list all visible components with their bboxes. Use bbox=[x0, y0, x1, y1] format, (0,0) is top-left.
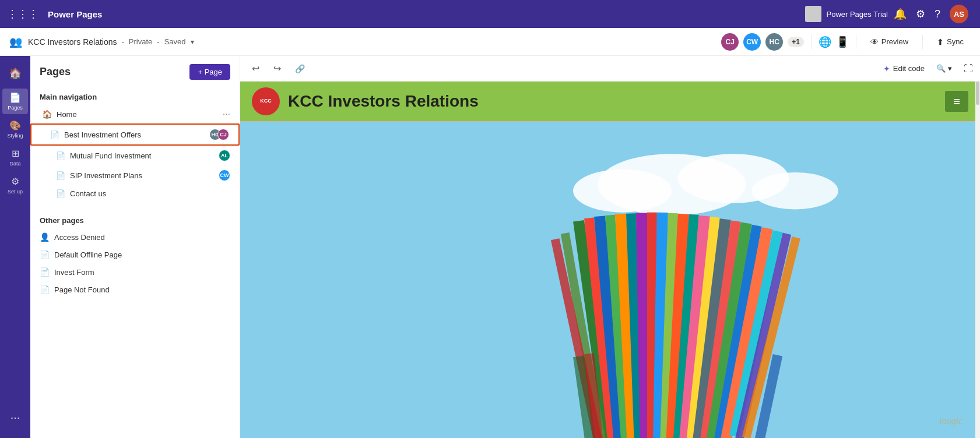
content-area: ↩ ↪ 🔗 ✦ Edit code 🔍 ▾ ⛶ KCC bbox=[240, 56, 980, 438]
page-not-found-icon: 📄 bbox=[40, 285, 50, 294]
kcc-hero: inogic bbox=[240, 122, 980, 438]
pages-panel-title: Pages bbox=[40, 66, 71, 78]
nav-item-mutual-fund-label: Mutual Fund Investment bbox=[70, 151, 214, 160]
sidebar-item-setup[interactable]: ⚙ Set up bbox=[2, 172, 28, 198]
data-label: Data bbox=[9, 161, 20, 167]
top-bar-actions: 🔔 ⚙ ? AS bbox=[894, 5, 968, 23]
link-button[interactable]: 🔗 bbox=[290, 61, 310, 76]
nav-item-avatars: HC CJ bbox=[209, 129, 229, 140]
page-icon-mutual-fund: 📄 bbox=[56, 151, 65, 160]
sidebar-item-data[interactable]: ⊞ Data bbox=[2, 144, 28, 170]
preview-label: Preview bbox=[881, 37, 908, 46]
default-offline-label: Default Offline Page bbox=[54, 250, 122, 259]
site-visibility: Private bbox=[129, 37, 152, 46]
mobile-preview-icon[interactable]: 📱 bbox=[836, 36, 849, 48]
kcc-header: KCC KCC Investors Relations ≡ bbox=[240, 82, 980, 121]
more-users-badge[interactable]: +1 bbox=[788, 37, 804, 47]
setup-icon: ⚙ bbox=[11, 176, 19, 187]
expand-icon[interactable]: ⛶ bbox=[964, 63, 973, 74]
product-name: Power Pages Trial bbox=[826, 10, 888, 19]
add-page-button[interactable]: + Page bbox=[189, 64, 230, 80]
default-offline-icon: 📄 bbox=[40, 250, 50, 259]
sync-button[interactable]: ⬆ Sync bbox=[930, 34, 971, 50]
sidebar-item-styling[interactable]: 🎨 Styling bbox=[2, 116, 28, 142]
site-separator2: - bbox=[157, 37, 159, 46]
nav-item-mutual-fund[interactable]: 📄 Mutual Fund Investment AL bbox=[30, 146, 240, 165]
sidebar-item-home[interactable]: 🏠 bbox=[2, 61, 28, 86]
site-name: KCC Investors Relations bbox=[28, 37, 117, 47]
scrollbar-thumb[interactable] bbox=[976, 82, 979, 105]
svg-point-3 bbox=[573, 169, 672, 213]
kcc-logo: KCC bbox=[252, 87, 280, 115]
divider1 bbox=[811, 35, 812, 49]
nav-item-contact-label: Contact us bbox=[70, 189, 230, 198]
icon-sidebar: 🏠 📄 Pages 🎨 Styling ⊞ Data ⚙ Set up ··· bbox=[0, 56, 30, 438]
sidebar-item-pages[interactable]: 📄 Pages bbox=[2, 89, 28, 114]
undo-button[interactable]: ↩ bbox=[247, 60, 264, 77]
page-icon-best-investment: 📄 bbox=[50, 130, 59, 139]
inogic-watermark: inogic bbox=[939, 416, 963, 426]
main-layout: 🏠 📄 Pages 🎨 Styling ⊞ Data ⚙ Set up ··· … bbox=[0, 56, 980, 438]
zoom-chevron-icon: ▾ bbox=[948, 64, 952, 73]
other-pages-label: Other pages bbox=[30, 209, 240, 228]
zoom-expand-icon: 🔍 bbox=[936, 64, 946, 73]
page-icon-contact: 📄 bbox=[56, 189, 65, 198]
styling-label: Styling bbox=[7, 133, 23, 139]
vscode-icon: ✦ bbox=[883, 64, 890, 73]
sidebar-bottom: ··· bbox=[10, 406, 20, 438]
apps-icon[interactable]: ⋮⋮⋮ bbox=[7, 8, 38, 20]
mini-avatar-cj: CJ bbox=[217, 129, 229, 140]
dropdown-chevron-icon[interactable]: ▾ bbox=[191, 38, 194, 46]
avatar-cj[interactable]: CJ bbox=[721, 33, 739, 51]
setup-label: Set up bbox=[8, 189, 23, 195]
help-icon[interactable]: ? bbox=[935, 8, 940, 20]
more-icon[interactable]: ··· bbox=[10, 406, 20, 429]
nav-item-best-investment[interactable]: 📄 Best Investment Offers HC CJ bbox=[30, 123, 240, 146]
second-bar: 👥 KCC Investors Relations - Private - Sa… bbox=[0, 28, 980, 56]
website-preview: KCC KCC Investors Relations ≡ bbox=[240, 82, 980, 438]
redo-button[interactable]: ↪ bbox=[269, 60, 286, 77]
access-denied-label: Access Denied bbox=[54, 233, 105, 242]
avatar-hc[interactable]: HC bbox=[765, 33, 783, 51]
kcc-menu-button[interactable]: ≡ bbox=[945, 91, 968, 112]
hero-image bbox=[240, 122, 980, 438]
nav-item-contact[interactable]: 📄 Contact us bbox=[30, 185, 240, 202]
invest-form-icon: 📄 bbox=[40, 267, 50, 277]
product-logo bbox=[805, 6, 821, 22]
preview-icon: 👁 bbox=[870, 37, 879, 47]
vertical-scrollbar[interactable] bbox=[975, 82, 980, 438]
nav-item-sip-plans[interactable]: 📄 SIP Investment Plans CW bbox=[30, 165, 240, 185]
nav-item-best-investment-label: Best Investment Offers bbox=[64, 130, 205, 139]
app-title: Power Pages bbox=[48, 9, 102, 19]
mini-avatar-al: AL bbox=[219, 150, 230, 161]
avatar-cw[interactable]: CW bbox=[743, 33, 761, 51]
other-page-invest-form[interactable]: 📄 Invest Form bbox=[30, 263, 240, 281]
site-separator: - bbox=[122, 37, 124, 46]
divider3 bbox=[922, 35, 923, 49]
home-nav-icon: 🏠 bbox=[42, 110, 52, 119]
pages-panel-content[interactable]: Main navigation 🏠 Home ··· 📄 Best Invest… bbox=[30, 86, 240, 438]
preview-button[interactable]: 👁 Preview bbox=[863, 34, 915, 50]
top-bar: ⋮⋮⋮ Power Pages Power Pages Trial 🔔 ⚙ ? … bbox=[0, 0, 980, 28]
nav-item-home[interactable]: 🏠 Home ··· bbox=[30, 105, 240, 123]
other-page-access-denied[interactable]: 👤 Access Denied bbox=[30, 228, 240, 246]
page-icon-sip: 📄 bbox=[56, 171, 65, 180]
preview-globe-icon[interactable]: 🌐 bbox=[819, 36, 831, 48]
page-not-found-label: Page Not Found bbox=[54, 285, 110, 294]
edit-code-label: Edit code bbox=[893, 64, 925, 73]
other-page-default-offline[interactable]: 📄 Default Offline Page bbox=[30, 246, 240, 263]
svg-point-4 bbox=[752, 172, 838, 209]
notification-icon[interactable]: 🔔 bbox=[894, 8, 907, 20]
edit-code-button[interactable]: ✦ Edit code bbox=[883, 64, 925, 73]
settings-icon[interactable]: ⚙ bbox=[916, 8, 925, 20]
sync-icon: ⬆ bbox=[937, 37, 944, 47]
pages-panel-header: Pages + Page bbox=[30, 56, 240, 86]
user-avatar[interactable]: AS bbox=[950, 5, 968, 23]
site-selector[interactable]: KCC Investors Relations - Private - Save… bbox=[28, 37, 194, 47]
nav-item-more-icon[interactable]: ··· bbox=[223, 109, 230, 119]
hamburger-icon: ≡ bbox=[953, 95, 960, 108]
main-nav-label: Main navigation bbox=[30, 86, 240, 105]
invest-form-label: Invest Form bbox=[54, 268, 94, 277]
other-page-not-found[interactable]: 📄 Page Not Found bbox=[30, 281, 240, 298]
zoom-control[interactable]: 🔍 ▾ bbox=[936, 64, 952, 73]
